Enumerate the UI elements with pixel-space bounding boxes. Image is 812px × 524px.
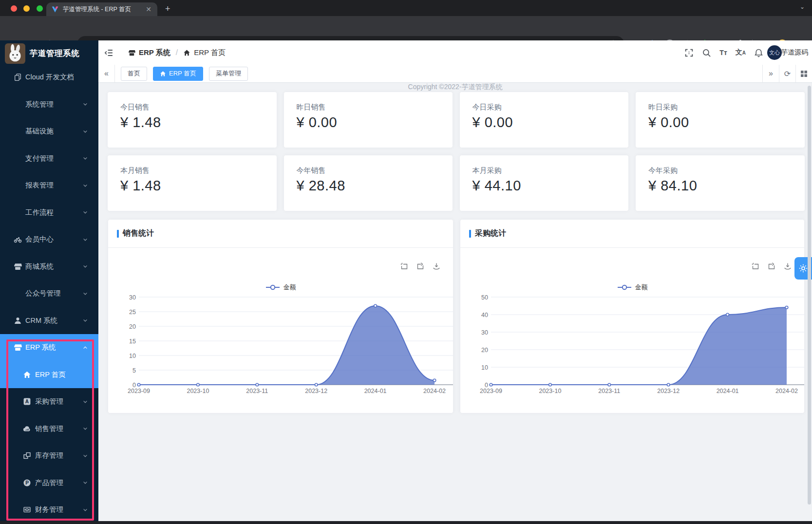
browser-tab[interactable]: 芋道管理系统 - ERP 首页 ✕ bbox=[46, 2, 157, 16]
tab-close-icon[interactable]: ✕ bbox=[145, 5, 152, 13]
x-axis-label: 2023-10 bbox=[187, 388, 209, 394]
page-scrollbar[interactable] bbox=[808, 86, 811, 505]
favicon bbox=[51, 5, 59, 13]
stat-value: ¥ 28.48 bbox=[297, 178, 345, 194]
sidebar-item-5[interactable]: 工作流程 bbox=[0, 199, 98, 226]
shop-icon bbox=[14, 343, 22, 352]
tab-home[interactable]: 首页 bbox=[121, 67, 147, 81]
x-axis-label: 2023-10 bbox=[539, 388, 561, 394]
breadcrumb-current[interactable]: ERP 首页 bbox=[194, 48, 226, 57]
data-point[interactable] bbox=[315, 383, 318, 386]
window-controls[interactable] bbox=[11, 5, 47, 14]
y-axis-label: 20 bbox=[481, 347, 488, 354]
chart-card-header: 销售统计 bbox=[108, 220, 453, 248]
new-tab-button[interactable]: + bbox=[165, 4, 170, 14]
sidebar-item-10[interactable]: ERP 系统 bbox=[0, 334, 98, 361]
data-point[interactable] bbox=[667, 383, 670, 386]
sidebar-item-2[interactable]: 基础设施 bbox=[0, 118, 98, 145]
sidebar-item-label: 公众号管理 bbox=[25, 289, 61, 298]
tabs-refresh-button[interactable]: ⟳ bbox=[779, 65, 795, 82]
sidebar-item-12[interactable]: A采购管理 bbox=[0, 388, 98, 415]
tabs-scroll-left-button[interactable]: « bbox=[98, 65, 115, 82]
data-point[interactable] bbox=[197, 383, 200, 386]
x-axis-label: 2024-01 bbox=[717, 388, 739, 394]
notification-bell-icon[interactable] bbox=[754, 48, 763, 57]
chevron-down-icon bbox=[82, 209, 88, 215]
x-axis-label: 2024-01 bbox=[364, 388, 387, 394]
sidebar-item-11[interactable]: ERP 首页 bbox=[0, 361, 98, 389]
data-point[interactable] bbox=[726, 313, 729, 316]
data-point[interactable] bbox=[490, 383, 492, 386]
sidebar-item-7[interactable]: 商城系统 bbox=[0, 253, 98, 281]
sidebar-item-label: 财务管理 bbox=[35, 505, 63, 514]
breadcrumb-root[interactable]: ERP 系统 bbox=[139, 48, 170, 57]
breadcrumb-root-icon bbox=[128, 49, 135, 56]
breadcrumb-separator: / bbox=[176, 48, 178, 57]
username[interactable]: 芋道源码 bbox=[781, 48, 808, 57]
logo-image bbox=[5, 43, 25, 64]
sidebar-item-1[interactable]: 系统管理 bbox=[0, 91, 98, 118]
data-point[interactable] bbox=[374, 304, 377, 307]
sidebar-item-label: 系统管理 bbox=[25, 100, 54, 109]
stat-value: ¥ 0.00 bbox=[297, 114, 338, 131]
data-point[interactable] bbox=[256, 383, 259, 386]
chevron-down-icon bbox=[82, 318, 88, 323]
stat-card-5: 今年销售¥ 28.48 bbox=[284, 155, 453, 211]
sidebar-item-16[interactable]: 财务管理 bbox=[0, 496, 98, 524]
sidebar-item-8[interactable]: 公众号管理 bbox=[0, 280, 98, 307]
user-avatar[interactable]: 文心 bbox=[767, 45, 782, 60]
purchase-chart-card: 采购统计 金额 010203040502023-092023-102023-11… bbox=[460, 220, 804, 413]
tabs-scroll-right-button[interactable]: » bbox=[762, 65, 779, 82]
tabs-layout-button[interactable] bbox=[795, 65, 812, 82]
sidebar-item-label: ERP 首页 bbox=[35, 370, 66, 379]
y-axis-label: 15 bbox=[129, 338, 136, 345]
y-axis-label: 30 bbox=[481, 329, 488, 336]
sidebar: 芋道管理系统 Cloud 开发文档系统管理基础设施支付管理报表管理工作流程会员中… bbox=[0, 40, 98, 524]
window-close-button[interactable] bbox=[11, 5, 17, 12]
boxes-icon bbox=[23, 451, 31, 460]
chevron-down-icon bbox=[82, 129, 88, 134]
stat-label: 今年采购 bbox=[648, 166, 678, 175]
sidebar-item-4[interactable]: 报表管理 bbox=[0, 172, 98, 199]
main-content: 今日销售¥ 1.48昨日销售¥ 0.00今日采购¥ 0.00昨日采购¥ 0.00… bbox=[98, 83, 812, 524]
data-point[interactable] bbox=[137, 383, 140, 386]
window-minimize-button[interactable] bbox=[23, 5, 30, 12]
fullscreen-icon[interactable] bbox=[684, 48, 694, 57]
sidebar-item-label: CRM 系统 bbox=[25, 316, 57, 325]
shop-icon bbox=[14, 262, 22, 271]
sidebar-item-0[interactable]: Cloud 开发文档 bbox=[0, 64, 98, 91]
sidebar-item-15[interactable]: P产品管理 bbox=[0, 469, 98, 497]
chevron-down-icon bbox=[82, 507, 88, 513]
data-point[interactable] bbox=[433, 379, 436, 382]
sidebar-item-3[interactable]: 支付管理 bbox=[0, 145, 98, 172]
tab-menu-management[interactable]: 菜单管理 bbox=[209, 67, 248, 81]
stat-card-2: 今日采购¥ 0.00 bbox=[460, 92, 629, 148]
stat-value: ¥ 44.10 bbox=[472, 178, 521, 194]
font-size-icon[interactable]: Tᴛ bbox=[719, 49, 727, 56]
tab-erp-home[interactable]: ERP 首页 bbox=[153, 67, 203, 81]
sidebar-item-6[interactable]: 会员中心 bbox=[0, 226, 98, 253]
search-icon[interactable] bbox=[702, 48, 711, 57]
language-icon[interactable]: 文A bbox=[736, 48, 746, 57]
sidebar-item-label: 报表管理 bbox=[25, 181, 54, 190]
sidebar-item-9[interactable]: CRM 系统 bbox=[0, 307, 98, 335]
sidebar-item-label: 产品管理 bbox=[35, 478, 63, 487]
data-point[interactable] bbox=[785, 306, 788, 309]
tab-search-chevron-icon[interactable]: ⌄ bbox=[800, 3, 805, 10]
data-point[interactable] bbox=[549, 383, 552, 386]
title-accent-bar bbox=[469, 230, 471, 238]
chevron-down-icon bbox=[82, 183, 88, 188]
app-title: 芋道管理系统 bbox=[30, 48, 79, 59]
sidebar-item-13[interactable]: 销售管理 bbox=[0, 415, 98, 443]
chevron-up-icon bbox=[82, 345, 88, 351]
sidebar-item-14[interactable]: 库存管理 bbox=[0, 442, 98, 469]
y-axis-label: 40 bbox=[481, 312, 488, 318]
cloud-chart-icon bbox=[23, 425, 31, 433]
sales-chart-title: 销售统计 bbox=[123, 228, 154, 239]
stat-label: 今日采购 bbox=[472, 103, 502, 112]
sidebar-collapse-button[interactable] bbox=[104, 48, 113, 57]
app-logo[interactable]: 芋道管理系统 bbox=[0, 42, 98, 65]
sidebar-item-label: 商城系统 bbox=[25, 262, 54, 271]
data-point[interactable] bbox=[608, 383, 611, 386]
window-zoom-button[interactable] bbox=[37, 5, 43, 12]
